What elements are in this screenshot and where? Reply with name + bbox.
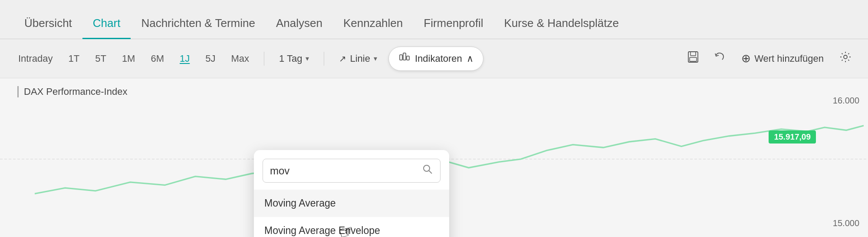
undo-button[interactable] (711, 48, 728, 69)
svg-rect-2 (407, 56, 409, 60)
moving-average-item[interactable]: Moving Average (254, 190, 449, 217)
line-label: Linie (350, 53, 370, 64)
price-high-label: 16.000 (833, 96, 859, 106)
1t-button[interactable]: 1T (64, 50, 84, 67)
svg-rect-5 (690, 57, 697, 61)
indicators-button[interactable]: Indikatoren ∧ (388, 47, 483, 71)
moving-average-envelope-item[interactable]: Moving Average Envelope (254, 217, 449, 237)
price-low-label: 15.000 (833, 218, 859, 228)
toolbar-right: ⊕ Wert hinzufügen (684, 48, 854, 69)
svg-point-6 (844, 55, 847, 59)
toolbar: Intraday 1T 5T 1M 6M 1J 5J Max 1 Tag ▾ ↗… (0, 39, 868, 78)
chart-label: DAX Performance-Index (17, 86, 127, 97)
search-box (263, 159, 441, 183)
indicators-chevron-icon: ∧ (467, 53, 473, 64)
tab-analysen[interactable]: Analysen (266, 9, 333, 39)
indicators-label: Indikatoren (415, 53, 462, 64)
tab-chart[interactable]: Chart (82, 9, 131, 39)
add-icon: ⊕ (741, 52, 751, 65)
5t-button[interactable]: 5T (91, 50, 111, 67)
add-value-label: Wert hinzufügen (754, 53, 824, 64)
tab-ubersicht[interactable]: Übersicht (14, 9, 82, 39)
tab-kurse[interactable]: Kurse & Handelsplätze (494, 9, 629, 39)
toolbar-separator-2 (324, 52, 324, 66)
tab-nachrichten[interactable]: Nachrichten & Termine (131, 9, 266, 39)
1m-button[interactable]: 1M (118, 50, 140, 67)
settings-button[interactable] (837, 48, 854, 69)
line-chart-icon: ↗ (339, 53, 346, 64)
tab-firmenprofil[interactable]: Firmenprofil (413, 9, 493, 39)
svg-rect-1 (403, 53, 406, 60)
line-type-button[interactable]: ↗ Linie ▾ (335, 50, 381, 67)
search-input[interactable] (270, 165, 422, 177)
toolbar-separator-1 (264, 52, 264, 66)
svg-rect-0 (400, 55, 402, 60)
1j-button[interactable]: 1J (175, 50, 194, 67)
max-button[interactable]: Max (227, 50, 254, 67)
indicators-dropdown: Moving Average Moving Average Envelope (254, 150, 449, 237)
intraday-button[interactable]: Intraday (14, 50, 57, 67)
5j-button[interactable]: 5J (201, 50, 220, 67)
add-value-button[interactable]: ⊕ Wert hinzufügen (737, 49, 828, 68)
line-chevron-icon: ▾ (374, 54, 377, 63)
interval-label: 1 Tag (279, 53, 302, 64)
interval-dropdown[interactable]: 1 Tag ▾ (275, 50, 313, 67)
tab-kennzahlen[interactable]: Kennzahlen (333, 9, 413, 39)
svg-line-9 (429, 171, 432, 174)
indicators-icon (398, 51, 411, 66)
chart-area: DAX Performance-Index 16.000 15.000 15.9… (0, 78, 868, 237)
tab-bar: Übersicht Chart Nachrichten & Termine An… (0, 0, 868, 39)
save-button[interactable] (684, 48, 702, 69)
interval-chevron-icon: ▾ (306, 54, 309, 63)
6m-button[interactable]: 6M (146, 50, 168, 67)
svg-rect-4 (690, 52, 696, 56)
search-icon[interactable] (422, 164, 433, 178)
price-badge: 15.917,09 (769, 130, 816, 144)
svg-point-8 (424, 165, 430, 171)
